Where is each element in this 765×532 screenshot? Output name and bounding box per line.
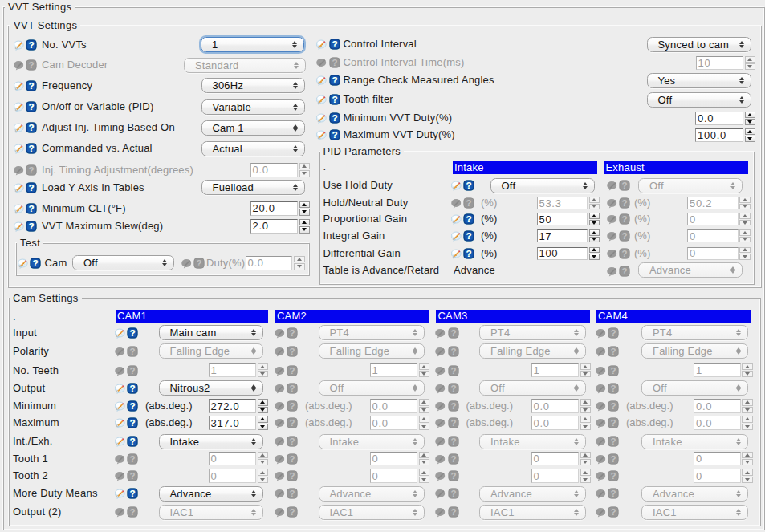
svg-text:?: ? — [332, 39, 337, 49]
svg-text:?: ? — [129, 327, 135, 337]
svg-text:?: ? — [28, 59, 34, 69]
svg-text:?: ? — [28, 221, 34, 230]
svg-text:?: ? — [32, 258, 38, 268]
svg-text:?: ? — [129, 453, 135, 463]
svg-text:?: ? — [450, 453, 456, 463]
svg-text:?: ? — [129, 507, 135, 517]
svg-text:?: ? — [289, 347, 295, 356]
svg-text:?: ? — [610, 383, 616, 392]
svg-text:?: ? — [28, 164, 34, 174]
svg-text:?: ? — [28, 80, 34, 90]
svg-text:?: ? — [450, 327, 456, 337]
svg-text:?: ? — [28, 183, 34, 193]
svg-text:?: ? — [289, 489, 295, 498]
svg-text:?: ? — [332, 58, 337, 67]
svg-text:?: ? — [450, 347, 456, 356]
svg-text:?: ? — [332, 130, 337, 140]
svg-text:?: ? — [621, 181, 627, 190]
svg-text:?: ? — [129, 383, 135, 392]
svg-text:?: ? — [466, 198, 471, 208]
svg-text:?: ? — [610, 437, 616, 446]
svg-text:?: ? — [332, 95, 337, 104]
svg-text:?: ? — [610, 401, 616, 411]
svg-text:?: ? — [450, 437, 456, 446]
svg-text:?: ? — [610, 507, 616, 517]
svg-text:?: ? — [289, 507, 295, 517]
svg-text:?: ? — [129, 437, 135, 446]
svg-text:?: ? — [129, 471, 135, 481]
svg-text:?: ? — [610, 327, 616, 337]
svg-text:?: ? — [610, 489, 616, 498]
svg-text:?: ? — [289, 401, 295, 411]
svg-text:?: ? — [466, 248, 471, 258]
svg-text:?: ? — [450, 365, 456, 375]
svg-text:?: ? — [450, 471, 456, 481]
svg-text:?: ? — [28, 144, 34, 153]
svg-text:?: ? — [289, 471, 295, 481]
svg-text:?: ? — [28, 123, 34, 132]
svg-text:?: ? — [621, 248, 627, 258]
svg-text:?: ? — [450, 507, 456, 517]
svg-text:?: ? — [610, 453, 616, 463]
svg-text:?: ? — [332, 113, 337, 123]
svg-text:?: ? — [129, 347, 135, 356]
svg-text:?: ? — [621, 214, 627, 224]
svg-text:?: ? — [28, 203, 34, 213]
svg-text:?: ? — [129, 401, 135, 411]
svg-text:?: ? — [289, 327, 295, 337]
svg-text:?: ? — [466, 181, 471, 190]
svg-text:?: ? — [129, 365, 135, 375]
svg-text:?: ? — [28, 39, 34, 49]
svg-text:?: ? — [332, 75, 337, 85]
svg-text:?: ? — [450, 489, 456, 498]
svg-text:?: ? — [196, 258, 201, 268]
svg-text:?: ? — [621, 231, 627, 241]
svg-text:?: ? — [289, 383, 295, 392]
svg-text:?: ? — [466, 231, 471, 241]
svg-text:?: ? — [289, 437, 295, 446]
svg-text:?: ? — [129, 418, 135, 428]
svg-text:?: ? — [466, 214, 471, 224]
svg-text:?: ? — [610, 365, 616, 375]
svg-text:?: ? — [289, 453, 295, 463]
svg-text:?: ? — [610, 418, 616, 428]
svg-text:?: ? — [129, 489, 135, 498]
svg-text:?: ? — [610, 347, 616, 356]
svg-text:?: ? — [450, 383, 456, 392]
svg-text:?: ? — [289, 365, 295, 375]
svg-text:?: ? — [450, 401, 456, 411]
svg-text:?: ? — [450, 418, 456, 428]
svg-text:?: ? — [621, 266, 627, 275]
svg-text:?: ? — [289, 418, 295, 428]
svg-text:?: ? — [610, 471, 616, 481]
svg-text:?: ? — [28, 102, 34, 112]
svg-text:?: ? — [621, 198, 627, 208]
